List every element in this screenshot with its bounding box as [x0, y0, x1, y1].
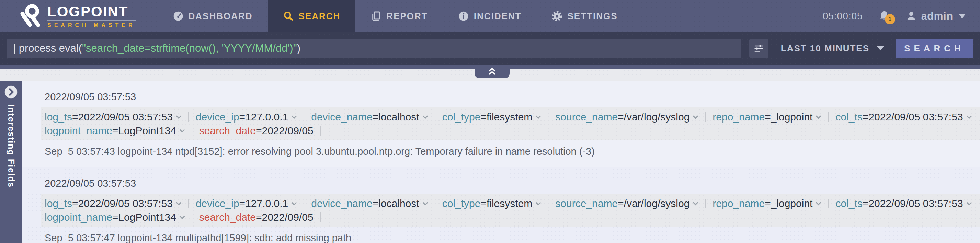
field-dropdown-icon[interactable]	[180, 213, 185, 219]
logpoint-logo[interactable]: LOGPOINT SEARCH MASTER	[19, 0, 136, 32]
field-separator	[304, 199, 304, 208]
tab-incident[interactable]: INCIDENT	[443, 0, 537, 32]
field-separator	[828, 199, 829, 208]
field-dropdown-icon[interactable]	[966, 200, 972, 205]
field-dropdown-icon[interactable]	[180, 127, 185, 132]
tab-settings[interactable]: SETTINGS	[536, 0, 633, 32]
field-name: col_ts	[835, 111, 862, 123]
collapse-search-panel-button[interactable]	[474, 65, 509, 78]
field-tag-logpoint_name[interactable]: logpoint_name=LogPoint134	[45, 211, 185, 223]
query-prefix: | process eval(	[13, 42, 82, 55]
field-tag-device_ip[interactable]: device_ip=127.0.0.1	[196, 111, 297, 123]
field-dropdown-icon[interactable]	[693, 200, 698, 205]
field-tag-col_type[interactable]: col_type=filesystem	[442, 198, 541, 210]
field-separator	[435, 112, 435, 122]
field-tag-log_ts[interactable]: log_ts=2022/09/05 03:57:53	[45, 198, 181, 210]
log-message: Sep 5 03:57:47 logpoint-134 multipathd[1…	[45, 232, 980, 243]
field-tag-repo_name[interactable]: repo_name=_logpoint	[713, 111, 821, 123]
field-tag-search_date[interactable]: search_date=2022/09/05	[199, 125, 313, 137]
chevron-down-icon	[959, 14, 966, 18]
user-menu[interactable]: admin	[905, 10, 966, 22]
field-name: device_ip	[196, 111, 239, 123]
search-icon	[283, 11, 294, 22]
field-value: =LogPoint134	[112, 125, 176, 137]
search-button[interactable]: SEARCH	[896, 39, 973, 58]
field-value: =/var/log/syslog	[618, 198, 689, 210]
field-tag-device_name[interactable]: device_name=localhost	[311, 198, 428, 210]
field-tag-source_name[interactable]: source_name=/var/log/syslog	[555, 111, 698, 123]
tab-search[interactable]: SEARCH	[268, 0, 356, 32]
field-dropdown-icon[interactable]	[536, 200, 541, 205]
field-name: repo_name	[713, 111, 765, 123]
search-results: 2022/09/05 03:57:53 log_ts=2022/09/05 03…	[22, 81, 980, 243]
search-query-input[interactable]: | process eval("search_date=strftime(now…	[7, 39, 741, 58]
logo-divider	[48, 20, 136, 21]
field-dropdown-icon[interactable]	[816, 113, 821, 119]
field-tag-repo_name[interactable]: repo_name=_logpoint	[713, 198, 821, 210]
field-tag-logpoint_name[interactable]: logpoint_name=LogPoint134	[45, 125, 185, 137]
field-dropdown-icon[interactable]	[291, 200, 297, 205]
log-entry[interactable]: 2022/09/05 03:57:53 log_ts=2022/09/05 03…	[22, 81, 980, 167]
field-separator	[188, 199, 189, 208]
field-dropdown-icon[interactable]	[693, 113, 698, 119]
logo-title: LOGPOINT	[48, 5, 136, 19]
tab-label: INCIDENT	[474, 11, 522, 22]
tab-label: DASHBOARD	[189, 11, 253, 22]
field-tag-col_type[interactable]: col_type=filesystem	[442, 111, 541, 123]
field-tag-search_date[interactable]: search_date=2022/09/05	[199, 211, 313, 223]
field-value: =localhost	[372, 198, 419, 210]
field-name: source_name	[555, 111, 618, 123]
field-tag-col_ts[interactable]: col_ts=2022/09/05 03:57:53	[835, 198, 971, 210]
field-name: search_date	[199, 211, 256, 223]
field-tag-col_ts[interactable]: col_ts=2022/09/05 03:57:53	[835, 111, 971, 123]
field-row: log_ts=2022/09/05 03:57:53device_ip=127.…	[45, 110, 976, 124]
tab-label: SEARCH	[299, 11, 340, 22]
field-tag-device_ip[interactable]: device_ip=127.0.0.1	[196, 198, 297, 210]
field-dropdown-icon[interactable]	[536, 113, 541, 119]
field-value: =127.0.0.1	[239, 198, 288, 210]
tab-report[interactable]: REPORT	[355, 0, 442, 32]
field-dropdown-icon[interactable]	[176, 200, 181, 205]
query-filter-button[interactable]	[749, 39, 768, 58]
time-range-dropdown[interactable]: LAST 10 MINUTES	[781, 43, 884, 54]
field-value: =filesystem	[480, 111, 532, 123]
log-entry[interactable]: 2022/09/05 03:57:53 log_ts=2022/09/05 03…	[22, 167, 980, 243]
field-separator	[320, 126, 321, 136]
field-value: =LogPoint134	[112, 211, 176, 223]
field-tag-source_name[interactable]: source_name=/var/log/syslog	[555, 198, 698, 210]
sliders-icon	[753, 43, 765, 54]
field-tag-log_ts[interactable]: log_ts=2022/09/05 03:57:53	[45, 111, 181, 123]
field-name: device_ip	[196, 198, 239, 210]
field-separator	[978, 112, 979, 122]
notification-badge: 1	[885, 14, 895, 24]
field-separator	[978, 199, 979, 208]
field-dropdown-icon[interactable]	[816, 200, 821, 205]
user-icon	[905, 10, 917, 22]
interesting-fields-sidebar[interactable]: Interesting Fields	[0, 81, 22, 243]
main-area: Interesting Fields 2022/09/05 03:57:53 l…	[0, 81, 980, 243]
field-dropdown-icon[interactable]	[291, 113, 297, 119]
field-dropdown-icon[interactable]	[176, 113, 181, 119]
tab-dashboard[interactable]: DASHBOARD	[158, 0, 268, 32]
field-separator	[304, 112, 304, 122]
expand-sidebar-icon[interactable]	[4, 85, 18, 99]
field-value: =2022/09/05	[256, 211, 313, 223]
field-dropdown-icon[interactable]	[422, 200, 428, 205]
field-value: =2022/09/05 03:57:53	[862, 111, 963, 123]
notifications-button[interactable]: 1	[878, 10, 890, 22]
field-value: =127.0.0.1	[239, 111, 288, 123]
gauge-icon	[173, 11, 184, 22]
field-dropdown-icon[interactable]	[422, 113, 428, 119]
entry-fields: log_ts=2022/09/05 03:57:53device_ip=127.…	[41, 194, 980, 227]
nav-right: 05:00:05 1 admin	[823, 0, 980, 32]
searchbar-edge-strip	[0, 65, 980, 69]
search-bar: | process eval("search_date=strftime(now…	[0, 32, 980, 65]
logo-text: LOGPOINT SEARCH MASTER	[48, 5, 136, 28]
field-name: col_type	[442, 198, 481, 210]
field-tag-device_name[interactable]: device_name=localhost	[311, 111, 428, 123]
field-row: log_ts=2022/09/05 03:57:53device_ip=127.…	[45, 197, 976, 210]
field-value: =_logpoint	[765, 111, 813, 123]
field-dropdown-icon[interactable]	[966, 113, 972, 119]
nav-tabs: DASHBOARD SEARCH REPORT	[158, 0, 633, 32]
gear-icon	[552, 11, 562, 22]
